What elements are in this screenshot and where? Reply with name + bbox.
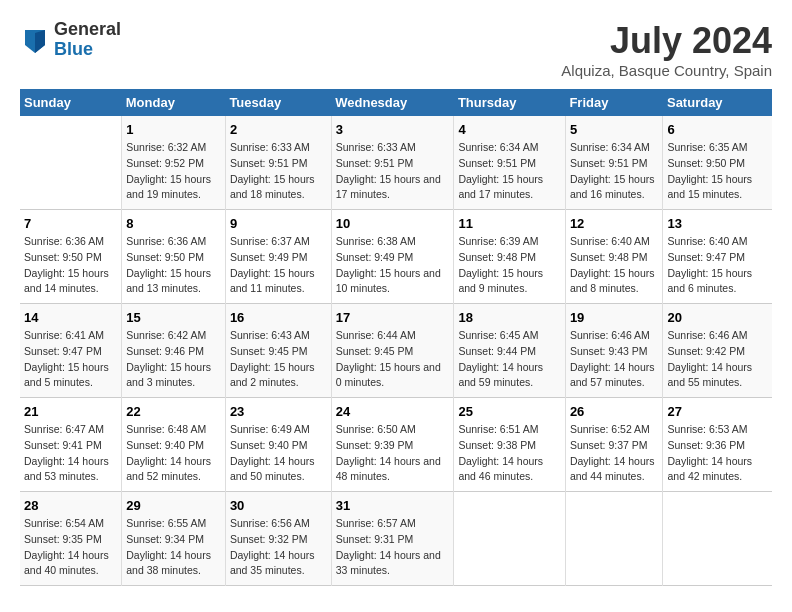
day-content: Sunrise: 6:42 AM Sunset: 9:46 PM Dayligh… [126, 328, 221, 391]
calendar-cell: 9Sunrise: 6:37 AM Sunset: 9:49 PM Daylig… [225, 210, 331, 304]
day-content: Sunrise: 6:36 AM Sunset: 9:50 PM Dayligh… [24, 234, 117, 297]
day-content: Sunrise: 6:46 AM Sunset: 9:42 PM Dayligh… [667, 328, 768, 391]
day-content: Sunrise: 6:48 AM Sunset: 9:40 PM Dayligh… [126, 422, 221, 485]
calendar-cell: 28Sunrise: 6:54 AM Sunset: 9:35 PM Dayli… [20, 492, 122, 586]
calendar-cell: 30Sunrise: 6:56 AM Sunset: 9:32 PM Dayli… [225, 492, 331, 586]
calendar-cell: 14Sunrise: 6:41 AM Sunset: 9:47 PM Dayli… [20, 304, 122, 398]
page-header: General Blue July 2024 Alquiza, Basque C… [20, 20, 772, 79]
day-content: Sunrise: 6:54 AM Sunset: 9:35 PM Dayligh… [24, 516, 117, 579]
calendar-cell: 11Sunrise: 6:39 AM Sunset: 9:48 PM Dayli… [454, 210, 565, 304]
logo-text: General Blue [54, 20, 121, 60]
day-number: 19 [570, 310, 659, 325]
calendar-cell: 16Sunrise: 6:43 AM Sunset: 9:45 PM Dayli… [225, 304, 331, 398]
location-subtitle: Alquiza, Basque Country, Spain [561, 62, 772, 79]
day-content: Sunrise: 6:33 AM Sunset: 9:51 PM Dayligh… [230, 140, 327, 203]
calendar-week-row: 7Sunrise: 6:36 AM Sunset: 9:50 PM Daylig… [20, 210, 772, 304]
calendar-cell: 6Sunrise: 6:35 AM Sunset: 9:50 PM Daylig… [663, 116, 772, 210]
day-number: 27 [667, 404, 768, 419]
day-number: 30 [230, 498, 327, 513]
day-content: Sunrise: 6:32 AM Sunset: 9:52 PM Dayligh… [126, 140, 221, 203]
day-number: 7 [24, 216, 117, 231]
day-number: 8 [126, 216, 221, 231]
day-number: 16 [230, 310, 327, 325]
month-year-title: July 2024 [561, 20, 772, 62]
day-number: 24 [336, 404, 450, 419]
calendar-cell: 20Sunrise: 6:46 AM Sunset: 9:42 PM Dayli… [663, 304, 772, 398]
calendar-week-row: 14Sunrise: 6:41 AM Sunset: 9:47 PM Dayli… [20, 304, 772, 398]
calendar-table: SundayMondayTuesdayWednesdayThursdayFrid… [20, 89, 772, 586]
calendar-cell: 3Sunrise: 6:33 AM Sunset: 9:51 PM Daylig… [331, 116, 454, 210]
day-content: Sunrise: 6:45 AM Sunset: 9:44 PM Dayligh… [458, 328, 560, 391]
day-number: 18 [458, 310, 560, 325]
title-block: July 2024 Alquiza, Basque Country, Spain [561, 20, 772, 79]
day-content: Sunrise: 6:56 AM Sunset: 9:32 PM Dayligh… [230, 516, 327, 579]
calendar-cell: 18Sunrise: 6:45 AM Sunset: 9:44 PM Dayli… [454, 304, 565, 398]
day-content: Sunrise: 6:33 AM Sunset: 9:51 PM Dayligh… [336, 140, 450, 203]
calendar-cell: 1Sunrise: 6:32 AM Sunset: 9:52 PM Daylig… [122, 116, 226, 210]
calendar-header-row: SundayMondayTuesdayWednesdayThursdayFrid… [20, 89, 772, 116]
calendar-cell: 26Sunrise: 6:52 AM Sunset: 9:37 PM Dayli… [565, 398, 663, 492]
calendar-week-row: 1Sunrise: 6:32 AM Sunset: 9:52 PM Daylig… [20, 116, 772, 210]
day-content: Sunrise: 6:35 AM Sunset: 9:50 PM Dayligh… [667, 140, 768, 203]
day-number: 23 [230, 404, 327, 419]
calendar-cell [663, 492, 772, 586]
day-number: 25 [458, 404, 560, 419]
calendar-cell: 27Sunrise: 6:53 AM Sunset: 9:36 PM Dayli… [663, 398, 772, 492]
day-number: 31 [336, 498, 450, 513]
calendar-week-row: 21Sunrise: 6:47 AM Sunset: 9:41 PM Dayli… [20, 398, 772, 492]
day-number: 13 [667, 216, 768, 231]
day-number: 15 [126, 310, 221, 325]
day-content: Sunrise: 6:34 AM Sunset: 9:51 PM Dayligh… [458, 140, 560, 203]
day-number: 17 [336, 310, 450, 325]
day-number: 2 [230, 122, 327, 137]
column-header-monday: Monday [122, 89, 226, 116]
day-number: 29 [126, 498, 221, 513]
logo-blue: Blue [54, 40, 121, 60]
calendar-cell: 5Sunrise: 6:34 AM Sunset: 9:51 PM Daylig… [565, 116, 663, 210]
svg-marker-1 [35, 30, 45, 53]
column-header-thursday: Thursday [454, 89, 565, 116]
day-content: Sunrise: 6:36 AM Sunset: 9:50 PM Dayligh… [126, 234, 221, 297]
day-content: Sunrise: 6:53 AM Sunset: 9:36 PM Dayligh… [667, 422, 768, 485]
day-content: Sunrise: 6:49 AM Sunset: 9:40 PM Dayligh… [230, 422, 327, 485]
logo-general: General [54, 20, 121, 40]
day-number: 6 [667, 122, 768, 137]
day-content: Sunrise: 6:43 AM Sunset: 9:45 PM Dayligh… [230, 328, 327, 391]
day-content: Sunrise: 6:55 AM Sunset: 9:34 PM Dayligh… [126, 516, 221, 579]
day-number: 20 [667, 310, 768, 325]
calendar-cell: 19Sunrise: 6:46 AM Sunset: 9:43 PM Dayli… [565, 304, 663, 398]
calendar-cell: 22Sunrise: 6:48 AM Sunset: 9:40 PM Dayli… [122, 398, 226, 492]
day-content: Sunrise: 6:37 AM Sunset: 9:49 PM Dayligh… [230, 234, 327, 297]
column-header-sunday: Sunday [20, 89, 122, 116]
day-number: 22 [126, 404, 221, 419]
calendar-cell: 8Sunrise: 6:36 AM Sunset: 9:50 PM Daylig… [122, 210, 226, 304]
calendar-week-row: 28Sunrise: 6:54 AM Sunset: 9:35 PM Dayli… [20, 492, 772, 586]
day-number: 14 [24, 310, 117, 325]
calendar-cell: 23Sunrise: 6:49 AM Sunset: 9:40 PM Dayli… [225, 398, 331, 492]
column-header-tuesday: Tuesday [225, 89, 331, 116]
column-header-wednesday: Wednesday [331, 89, 454, 116]
calendar-cell: 24Sunrise: 6:50 AM Sunset: 9:39 PM Dayli… [331, 398, 454, 492]
day-content: Sunrise: 6:57 AM Sunset: 9:31 PM Dayligh… [336, 516, 450, 579]
calendar-cell [20, 116, 122, 210]
logo-icon [20, 25, 50, 55]
day-number: 1 [126, 122, 221, 137]
day-number: 21 [24, 404, 117, 419]
calendar-cell: 13Sunrise: 6:40 AM Sunset: 9:47 PM Dayli… [663, 210, 772, 304]
day-content: Sunrise: 6:40 AM Sunset: 9:48 PM Dayligh… [570, 234, 659, 297]
column-header-friday: Friday [565, 89, 663, 116]
calendar-cell: 7Sunrise: 6:36 AM Sunset: 9:50 PM Daylig… [20, 210, 122, 304]
day-content: Sunrise: 6:41 AM Sunset: 9:47 PM Dayligh… [24, 328, 117, 391]
day-number: 5 [570, 122, 659, 137]
day-content: Sunrise: 6:47 AM Sunset: 9:41 PM Dayligh… [24, 422, 117, 485]
day-content: Sunrise: 6:46 AM Sunset: 9:43 PM Dayligh… [570, 328, 659, 391]
day-content: Sunrise: 6:38 AM Sunset: 9:49 PM Dayligh… [336, 234, 450, 297]
column-header-saturday: Saturday [663, 89, 772, 116]
calendar-cell [565, 492, 663, 586]
calendar-cell: 4Sunrise: 6:34 AM Sunset: 9:51 PM Daylig… [454, 116, 565, 210]
calendar-cell: 15Sunrise: 6:42 AM Sunset: 9:46 PM Dayli… [122, 304, 226, 398]
calendar-cell: 17Sunrise: 6:44 AM Sunset: 9:45 PM Dayli… [331, 304, 454, 398]
calendar-cell: 29Sunrise: 6:55 AM Sunset: 9:34 PM Dayli… [122, 492, 226, 586]
calendar-cell: 31Sunrise: 6:57 AM Sunset: 9:31 PM Dayli… [331, 492, 454, 586]
calendar-cell [454, 492, 565, 586]
